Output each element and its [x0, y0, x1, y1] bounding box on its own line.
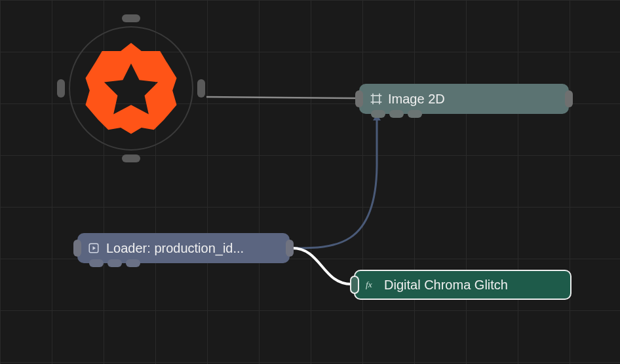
frame-icon	[370, 92, 383, 105]
star-gear-icon	[79, 37, 183, 140]
bottom-ports[interactable]	[89, 259, 140, 267]
port-in[interactable]	[73, 240, 81, 257]
image-2d-node[interactable]: Image 2D	[359, 84, 569, 114]
node-label: Loader: production_id...	[106, 241, 244, 256]
digital-chroma-glitch-node[interactable]: fx Digital Chroma Glitch	[354, 270, 572, 300]
port-in[interactable]	[350, 276, 359, 294]
port-in[interactable]	[355, 90, 363, 107]
loader-node[interactable]: Loader: production_id...	[77, 233, 290, 263]
play-box-icon	[88, 242, 100, 254]
node-label: Image 2D	[388, 92, 445, 107]
svg-text:fx: fx	[366, 280, 372, 289]
fx-icon: fx	[366, 280, 379, 290]
node-canvas[interactable]: Image 2D Loader: production_id... fx Dig…	[0, 0, 620, 364]
port-bottom[interactable]	[122, 155, 140, 162]
node-label: Digital Chroma Glitch	[384, 278, 508, 293]
port-out[interactable]	[286, 240, 294, 257]
port-right[interactable]	[197, 79, 205, 98]
bottom-ports[interactable]	[371, 110, 422, 118]
port-left[interactable]	[57, 79, 65, 98]
port-out[interactable]	[565, 90, 573, 107]
star-gear-node[interactable]	[56, 13, 206, 164]
port-top[interactable]	[122, 14, 140, 22]
